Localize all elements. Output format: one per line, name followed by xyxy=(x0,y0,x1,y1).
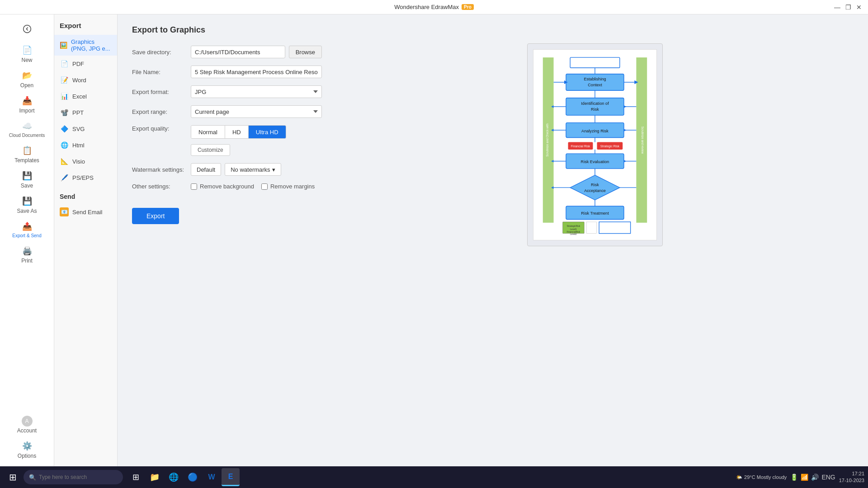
sidebar-item-saveas[interactable]: 💾 Save As xyxy=(0,192,54,218)
remove-margins-label[interactable]: Remove margins xyxy=(261,183,315,190)
quality-ultrahd-button[interactable]: Ultra HD xyxy=(249,126,286,138)
sidebar-item-label-saveas: Save As xyxy=(17,208,37,214)
file-explorer-button[interactable]: 📁 xyxy=(146,468,164,486)
weather-icon: 🌤️ xyxy=(736,474,742,480)
send-email-item[interactable]: 📧 Send Email xyxy=(54,204,117,220)
send-section-title: Send xyxy=(54,186,117,204)
customize-button[interactable]: Customize xyxy=(191,144,230,156)
svg-text:Scrutinize and review: Scrutinize and review xyxy=(641,127,644,154)
main-content: Export to Graphics Save directory: Brows… xyxy=(118,14,868,466)
start-button[interactable]: ⊞ xyxy=(4,468,22,486)
remove-margins-checkbox[interactable] xyxy=(261,183,268,190)
back-button[interactable] xyxy=(18,20,36,38)
weather-info: 🌤️ 29°C Mostly cloudy xyxy=(736,474,787,480)
sidebar-item-save[interactable]: 💾 Save xyxy=(0,167,54,192)
file-type-word[interactable]: 📝 Word xyxy=(54,72,117,88)
watermark-label: Watermark settings: xyxy=(132,166,191,173)
other-settings-row: Other settings: Remove background Remove… xyxy=(132,183,322,190)
visio-icon: 📐 xyxy=(60,157,69,166)
export-range-control: Current page All pages Selected objects xyxy=(191,105,322,118)
taskview-button[interactable]: ⊞ xyxy=(127,468,145,486)
export-format-select[interactable]: JPG PNG BMP TIFF GIF SVG xyxy=(191,85,322,98)
other-settings-control: Remove background Remove margins xyxy=(191,183,322,190)
file-type-ppt[interactable]: 📽️ PPT xyxy=(54,104,117,121)
taskbar: ⊞ 🔍 ⊞ 📁 🌐 🔵 W E 🌤️ 29°C Mostly cloudy 🔋 … xyxy=(0,466,868,488)
word-button[interactable]: W xyxy=(203,468,221,486)
quality-normal-button[interactable]: Normal xyxy=(191,126,225,138)
taskbar-time: 17:21 17-10-2023 xyxy=(839,470,864,484)
close-button[interactable]: ✕ xyxy=(855,4,863,11)
pseps-icon: 🖊️ xyxy=(60,173,69,182)
svg-rect-7 xyxy=(566,74,624,91)
file-type-pseps[interactable]: 🖊️ PS/EPS xyxy=(54,169,117,186)
export-range-label: Export range: xyxy=(132,108,191,115)
file-type-pseps-label: PS/EPS xyxy=(72,174,94,181)
file-type-graphics[interactable]: 🖼️ Graphics (PNG, JPG e... xyxy=(54,35,117,56)
svg-text:Risk: Risk xyxy=(591,107,599,112)
minimize-button[interactable]: — xyxy=(834,4,841,11)
svg-marker-40 xyxy=(570,175,620,200)
sidebar-item-open[interactable]: 📂 Open xyxy=(0,67,54,92)
file-type-word-label: Word xyxy=(72,77,86,84)
file-name-input[interactable] xyxy=(191,66,322,78)
pro-badge: Pro xyxy=(462,4,474,10)
edge-button[interactable]: 🌐 xyxy=(165,468,183,486)
send-email-label: Send Email xyxy=(72,209,102,216)
sidebar-bottom: A Account ⚙️ Options xyxy=(0,412,54,466)
svg-text:Scrutinize and Check with: Scrutinize and Check with xyxy=(546,123,549,157)
file-type-html[interactable]: 🌐 Html xyxy=(54,137,117,153)
file-type-svg[interactable]: 🔷 SVG xyxy=(54,121,117,137)
html-icon: 🌐 xyxy=(60,141,69,150)
svg-text:Financial Risk: Financial Risk xyxy=(571,145,590,148)
sidebar-item-label-cloud: Cloud Documents xyxy=(9,133,45,138)
quality-hd-button[interactable]: HD xyxy=(225,126,249,138)
browse-button[interactable]: Browse xyxy=(289,46,322,58)
file-type-visio-label: Visio xyxy=(72,158,85,165)
file-name-label: File Name: xyxy=(132,69,191,75)
sidebar-item-print[interactable]: 🖨️ Print xyxy=(0,242,54,267)
account-label: Account xyxy=(17,427,37,434)
watermark-default-button[interactable]: Default xyxy=(191,163,221,176)
open-icon: 📂 xyxy=(22,70,32,80)
sidebar-item-cloud[interactable]: ☁️ Cloud Documents xyxy=(0,117,54,142)
taskbar-search[interactable]: 🔍 xyxy=(24,470,123,484)
quality-btn-group: Normal HD Ultra HD xyxy=(191,125,286,139)
window-controls: — ❐ ✕ xyxy=(834,4,863,11)
weather-text: 29°C Mostly cloudy xyxy=(744,474,787,480)
file-type-svg-label: SVG xyxy=(72,126,85,132)
other-settings-label: Other settings: xyxy=(132,183,191,190)
svg-text:Strategic Risk: Strategic Risk xyxy=(600,145,620,148)
svg-text:Context: Context xyxy=(588,83,602,87)
preview-inner: Scrutinize and Check with Scrutinize and… xyxy=(533,49,657,240)
search-input[interactable] xyxy=(39,474,111,480)
remove-background-checkbox[interactable] xyxy=(191,183,197,190)
sidebar-item-new[interactable]: 📄 New xyxy=(0,42,54,67)
file-type-excel[interactable]: 📊 Excel xyxy=(54,88,117,104)
taskbar-apps: ⊞ 📁 🌐 🔵 W E xyxy=(127,468,240,486)
save-directory-control: Browse xyxy=(191,46,322,58)
svg-rect-5 xyxy=(570,57,620,68)
export-range-select[interactable]: Current page All pages Selected objects xyxy=(191,105,322,118)
watermark-none-button[interactable]: No watermarks ▾ xyxy=(225,163,281,176)
save-directory-input[interactable] xyxy=(191,46,285,58)
file-name-row: File Name: xyxy=(132,66,322,78)
chrome-button[interactable]: 🔵 xyxy=(184,468,202,486)
sidebar-item-options[interactable]: ⚙️ Options xyxy=(0,437,54,463)
sidebar-item-import[interactable]: 📥 Import xyxy=(0,92,54,117)
app-title: Wondershare EdrawMax Pro xyxy=(394,4,474,10)
svg-text:Identification of: Identification of xyxy=(581,101,609,106)
edrawmax-button[interactable]: E xyxy=(222,468,240,486)
file-type-visio[interactable]: 📐 Visio xyxy=(54,153,117,169)
sidebar-item-account[interactable]: A Account xyxy=(0,412,54,437)
export-form: Export to Graphics Save directory: Brows… xyxy=(132,25,322,455)
file-type-pdf[interactable]: 📄 PDF xyxy=(54,56,117,72)
maximize-button[interactable]: ❐ xyxy=(844,4,852,11)
sidebar-item-templates[interactable]: 📋 Templates xyxy=(0,142,54,167)
sidebar-item-export[interactable]: 📤 Export & Send xyxy=(0,218,54,242)
svg-text:StrategicRisk: StrategicRisk xyxy=(567,225,580,227)
remove-background-label[interactable]: Remove background xyxy=(191,183,254,190)
export-button[interactable]: Export xyxy=(132,208,179,224)
export-format-label: Export format: xyxy=(132,89,191,95)
start-icon: ⊞ xyxy=(9,472,17,483)
file-type-graphics-label: Graphics (PNG, JPG e... xyxy=(71,38,112,52)
